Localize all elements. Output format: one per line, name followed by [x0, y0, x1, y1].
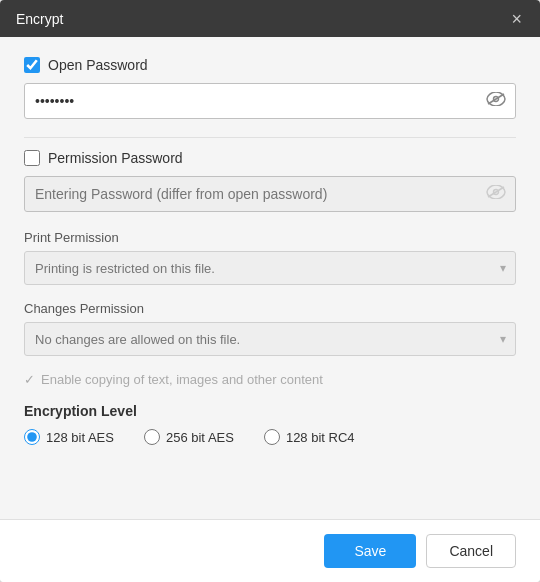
encryption-level-title: Encryption Level [24, 403, 516, 419]
permission-password-input[interactable] [24, 176, 516, 212]
changes-permission-section: Changes Permission ▾ [24, 301, 516, 356]
permission-password-label[interactable]: Permission Password [48, 150, 183, 166]
encrypt-dialog: Encrypt × Open Password [0, 0, 540, 582]
open-password-field-wrapper [24, 83, 516, 119]
print-permission-select-wrapper: ▾ [24, 251, 516, 285]
radio-128aes[interactable]: 128 bit AES [24, 429, 114, 445]
changes-permission-label: Changes Permission [24, 301, 516, 316]
cancel-button[interactable]: Cancel [426, 534, 516, 568]
print-permission-section: Print Permission ▾ [24, 230, 516, 285]
open-password-label[interactable]: Open Password [48, 57, 148, 73]
copy-check-icon: ✓ [24, 372, 35, 387]
radio-256aes[interactable]: 256 bit AES [144, 429, 234, 445]
print-permission-input [24, 251, 516, 285]
open-password-checkbox-row: Open Password [24, 57, 516, 73]
dialog-content: Open Password Permission Password [0, 37, 540, 519]
radio-128rc4-label: 128 bit RC4 [286, 430, 355, 445]
close-button[interactable]: × [509, 10, 524, 28]
save-button[interactable]: Save [324, 534, 416, 568]
radio-128aes-label: 128 bit AES [46, 430, 114, 445]
svg-line-1 [488, 94, 504, 104]
radio-128rc4[interactable]: 128 bit RC4 [264, 429, 355, 445]
open-password-input[interactable] [24, 83, 516, 119]
divider-1 [24, 137, 516, 138]
permission-password-checkbox-row: Permission Password [24, 150, 516, 166]
encryption-radio-group: 128 bit AES 256 bit AES 128 bit RC4 [24, 429, 516, 445]
copy-permission-row: ✓ Enable copying of text, images and oth… [24, 372, 516, 387]
copy-permission-label: Enable copying of text, images and other… [41, 372, 323, 387]
radio-128rc4-input[interactable] [264, 429, 280, 445]
dialog-footer: Save Cancel [0, 519, 540, 582]
open-password-section: Open Password [24, 57, 516, 119]
permission-password-section: Permission Password [24, 150, 516, 212]
permission-password-field-wrapper [24, 176, 516, 212]
dialog-title: Encrypt [16, 11, 63, 27]
encryption-level-section: Encryption Level 128 bit AES 256 bit AES… [24, 403, 516, 445]
print-permission-label: Print Permission [24, 230, 516, 245]
svg-line-3 [488, 187, 504, 197]
radio-256aes-input[interactable] [144, 429, 160, 445]
radio-256aes-label: 256 bit AES [166, 430, 234, 445]
open-password-checkbox[interactable] [24, 57, 40, 73]
permission-password-eye-icon [486, 185, 506, 203]
permission-password-checkbox[interactable] [24, 150, 40, 166]
open-password-eye-icon[interactable] [486, 92, 506, 110]
changes-permission-input [24, 322, 516, 356]
radio-128aes-input[interactable] [24, 429, 40, 445]
title-bar: Encrypt × [0, 0, 540, 37]
changes-permission-select-wrapper: ▾ [24, 322, 516, 356]
